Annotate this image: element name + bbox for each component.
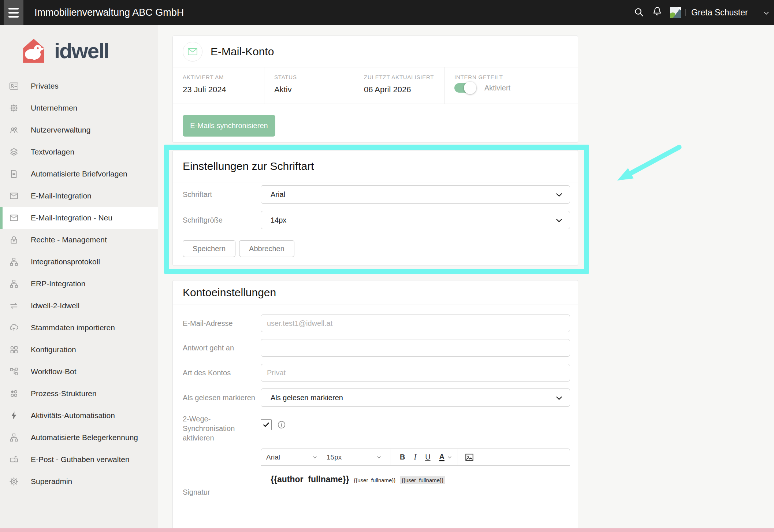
cancel-button[interactable]: Abbrechen [239, 240, 294, 257]
sidebar-nav: Privates Unternehmen Nutzerverwaltung Te… [0, 75, 158, 492]
sidebar-item-erp-integration[interactable]: ERP-Integration [0, 273, 158, 295]
info-icon[interactable] [277, 420, 286, 429]
font-family-label: Schriftart [183, 190, 261, 199]
sidebar-item-idwell-2-idwell[interactable]: Idwell-2-Idwell [0, 295, 158, 317]
circles-icon [9, 388, 19, 399]
font-size-row: Schriftgröße 14px [183, 211, 578, 229]
mailbox-icon [9, 454, 19, 465]
account-settings-title: Kontoeinstellungen [183, 286, 276, 299]
app-title: Immobilienverwaltung ABC GmbH [34, 0, 184, 25]
reply-to-input[interactable] [261, 339, 570, 357]
sidebar-item-email-integration[interactable]: E-Mail-Integration [0, 185, 158, 207]
sidebar-item-rechte-management[interactable]: Rechte - Management [0, 229, 158, 251]
email-account-header: E-Mail-Konto [173, 36, 578, 67]
sync-emails-button[interactable]: E-Mails synchronisieren [183, 115, 275, 137]
gear-icon [9, 103, 19, 113]
sidebar-item-label: E-Mail-Integration - Neu [31, 213, 112, 222]
sidebar-item-unternehmen[interactable]: Unternehmen [0, 97, 158, 119]
sidebar-item-belegerkennung[interactable]: Automatisierte Belegerkennung [0, 427, 158, 449]
reply-to-row: Antwort geht an [183, 339, 578, 357]
user-menu[interactable]: Greta Schuster [691, 0, 748, 25]
sidebar-item-label: Stammdaten importieren [31, 323, 115, 332]
editor-font-select[interactable]: Arial [261, 453, 321, 461]
envelope-icon [9, 191, 19, 201]
sidebar-item-stammdaten-importieren[interactable]: Stammdaten importieren [0, 317, 158, 339]
topbar: Immobilienverwaltung ABC GmbH Greta Schu… [0, 0, 774, 25]
swap-arrows-icon [9, 301, 19, 311]
shared-internally-toggle[interactable] [454, 83, 475, 93]
sidebar-item-nutzerverwaltung[interactable]: Nutzerverwaltung [0, 119, 158, 141]
sidebar-item-konfiguration[interactable]: Konfiguration [0, 339, 158, 361]
sitemap-icon [9, 257, 19, 267]
sidebar-item-superadmin[interactable]: Superadmin [0, 470, 158, 492]
email-address-input[interactable] [261, 315, 570, 332]
chevron-down-icon [555, 216, 563, 224]
sidebar-divider [0, 74, 158, 74]
signature-row: Signatur Arial 15px B I U A [183, 449, 578, 532]
sitemap-icon [9, 432, 19, 443]
toolbar-divider [391, 449, 391, 465]
sidebar-item-prozess-strukturen[interactable]: Prozess-Strukturen [0, 383, 158, 405]
signature-token: {{author_fullname}} [271, 475, 349, 484]
two-way-sync-checkbox[interactable] [261, 419, 272, 430]
font-family-row: Schriftart Arial [183, 185, 578, 204]
chevron-down-icon[interactable] [762, 9, 770, 17]
idwell-house-bird-icon [19, 36, 48, 65]
sitemap-icon [9, 279, 19, 289]
chevron-down-icon[interactable] [447, 454, 453, 460]
sidebar-item-label: Integrationsprotokoll [31, 257, 100, 266]
sidebar-item-workflow-bot[interactable]: Workflow-Bot [0, 361, 158, 383]
sidebar-item-privates[interactable]: Privates [0, 75, 158, 97]
two-way-sync-row: 2-Wege-Synchronisation aktivieren [183, 414, 578, 443]
hamburger-menu-icon[interactable] [4, 0, 23, 25]
underline-button[interactable]: U [425, 453, 430, 461]
sidebar-item-textvorlagen[interactable]: Textvorlagen [0, 141, 158, 163]
users-icon [9, 125, 19, 135]
save-button[interactable]: Speichern [183, 240, 235, 257]
sidebar-item-label: Idwell-2-Idwell [31, 301, 79, 310]
signature-content[interactable]: {{author_fullname}} {{user_fullname}} {{… [261, 466, 570, 532]
sidebar-item-email-integration-neu[interactable]: E-Mail-Integration - Neu [0, 207, 158, 229]
gear-icon [9, 476, 19, 487]
idwell-logo[interactable]: idwell [19, 36, 109, 65]
sidebar-item-briefvorlagen[interactable]: Automatisierte Briefvorlagen [0, 163, 158, 185]
sidebar-item-label: ERP-Integration [31, 279, 85, 288]
signature-token: {{user_fullname}} [354, 477, 395, 483]
chevron-down-icon [555, 394, 563, 402]
font-size-label: Schriftgröße [183, 216, 261, 224]
editor-size-select[interactable]: 15px [321, 453, 386, 461]
sidebar-item-epost-guthaben[interactable]: E-Post - Guthaben verwalten [0, 449, 158, 470]
editor-toolbar: Arial 15px B I U A [261, 449, 570, 466]
mark-as-read-select[interactable]: Als gelesen markieren [261, 388, 570, 407]
user-avatar[interactable] [670, 7, 681, 18]
signature-label: Signatur [183, 488, 261, 496]
topbar-divider [685, 9, 686, 16]
font-family-select[interactable]: Arial [261, 185, 570, 204]
sidebar-item-integrationsprotokoll[interactable]: Integrationsprotokoll [0, 251, 158, 273]
lightning-icon [9, 410, 19, 421]
envelope-icon [9, 213, 19, 223]
mark-as-read-label: Als gelesen markieren [183, 394, 261, 402]
email-account-card: E-Mail-Konto AKTIVIERT AM 23 Juli 2024 S… [172, 36, 578, 143]
font-color-button[interactable]: A [439, 453, 444, 461]
lock-icon [9, 235, 19, 245]
sidebar-item-label: Konfiguration [31, 345, 76, 354]
two-way-sync-label: 2-Wege-Synchronisation aktivieren [183, 414, 261, 443]
reply-to-label: Antwort geht an [183, 344, 261, 352]
sidebar-item-label: Workflow-Bot [31, 367, 76, 376]
workflow-icon [9, 367, 19, 377]
italic-button[interactable]: I [414, 453, 416, 461]
account-settings-card: Kontoeinstellungen E-Mail-Adresse Antwor… [172, 280, 578, 532]
email-address-label: E-Mail-Adresse [183, 319, 261, 328]
sync-row: E-Mails synchronisieren [173, 104, 578, 148]
bold-button[interactable]: B [400, 453, 405, 461]
sidebar-item-label: E-Mail-Integration [31, 191, 92, 200]
search-icon[interactable] [633, 7, 644, 18]
font-size-select[interactable]: 14px [261, 211, 570, 229]
account-type-input[interactable] [261, 364, 570, 382]
sidebar-item-aktivitaets-automatisation[interactable]: Aktivitäts-Automatisation [0, 405, 158, 427]
insert-image-icon[interactable] [465, 453, 474, 462]
notifications-bell-icon[interactable] [652, 6, 663, 17]
document-icon [9, 169, 19, 179]
chevron-down-icon [312, 454, 318, 460]
